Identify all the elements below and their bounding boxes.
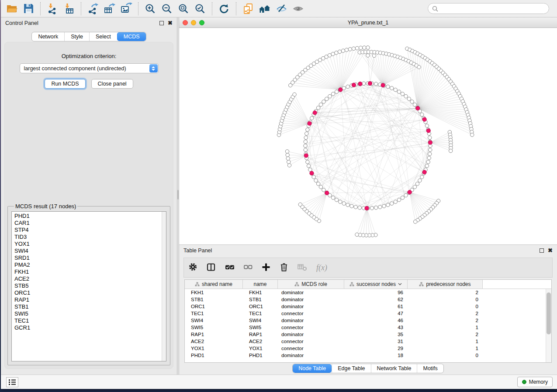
task-history-button[interactable]	[6, 377, 18, 387]
mcds-result-item[interactable]: GCR1	[14, 324, 166, 331]
save-session-icon[interactable]	[20, 2, 37, 16]
splitter-grip[interactable]	[177, 190, 179, 199]
toolbar-separator	[40, 2, 41, 15]
mcds-result-item[interactable]: ACE2	[14, 275, 166, 282]
mcds-result-list[interactable]: PHD1CAR1STP4TID3YOX1SWI4SRD1PMA2FKH1ACE2…	[11, 211, 166, 361]
network-window-title: YPA_prune.txt_1	[179, 20, 557, 26]
zoom-selected-icon[interactable]	[192, 2, 208, 16]
mcds-result-item[interactable]: RAP1	[14, 296, 166, 303]
tab-network[interactable]: Network	[32, 32, 64, 41]
criterion-dropdown[interactable]: largest connected component (undirected)	[20, 63, 159, 73]
tab-node-table[interactable]: Node Table	[293, 364, 332, 373]
column-type-icon	[419, 282, 424, 286]
mcds-result-item[interactable]: SRD1	[14, 254, 166, 261]
refresh-view-icon[interactable]	[216, 2, 232, 16]
mcds-result-item[interactable]: STB1	[14, 303, 166, 310]
mcds-result-item[interactable]: PMA2	[14, 261, 166, 268]
import-table-icon[interactable]	[61, 2, 77, 16]
tab-edge-table[interactable]: Edge Table	[332, 364, 370, 373]
search-box[interactable]	[428, 3, 549, 14]
memory-button[interactable]: Memory	[517, 377, 553, 387]
node-table: shared namenameMCDS rolesuccessor nodesp…	[184, 279, 552, 363]
column-label: shared name	[202, 281, 232, 287]
mcds-result-item[interactable]: YOX1	[14, 241, 166, 248]
mcds-result-item[interactable]: SWI4	[14, 248, 166, 254]
list-icon	[8, 378, 16, 386]
table-cell: ACE2	[243, 339, 278, 344]
zoom-fit-icon[interactable]	[175, 2, 192, 16]
zoom-in-icon[interactable]	[142, 2, 159, 16]
column-header-name[interactable]: name	[243, 280, 278, 289]
table-cell: PHD1	[185, 353, 243, 358]
table-cell: dominator	[278, 290, 344, 295]
mcds-result-item[interactable]: ORC1	[14, 289, 166, 296]
tab-select[interactable]: Select	[89, 32, 117, 41]
mcds-result-item[interactable]: STB5	[14, 282, 166, 289]
mcds-result-item[interactable]: FKH1	[14, 268, 166, 275]
float-table-panel-icon[interactable]	[540, 248, 544, 253]
table-cell: TEC1	[185, 311, 243, 316]
tab-motifs[interactable]: Motifs	[417, 364, 443, 373]
mcds-result-item[interactable]: CAR1	[14, 220, 166, 227]
table-row[interactable]: FKH1FKH1dominator962	[185, 289, 551, 296]
table-row[interactable]: RAP1RAP1dominator352	[185, 331, 551, 338]
deselect-all-rows-icon[interactable]	[244, 264, 253, 272]
add-column-icon[interactable]	[262, 263, 270, 273]
table-scrollbar[interactable]	[546, 289, 551, 362]
close-table-panel-icon[interactable]: ✖	[548, 248, 553, 253]
column-header-shared-name[interactable]: shared name	[185, 280, 243, 289]
table-cell: 2	[408, 311, 483, 316]
table-scrollbar-thumb[interactable]	[547, 292, 551, 334]
duplicate-network-icon[interactable]	[240, 2, 256, 16]
show-hide-graphics-icon[interactable]	[273, 2, 290, 16]
run-mcds-button[interactable]: Run MCDS	[45, 79, 85, 89]
select-all-rows-icon[interactable]	[225, 263, 235, 272]
table-cell: SWI4	[185, 318, 243, 323]
column-header-predecessor-nodes[interactable]: predecessor nodes	[408, 280, 483, 289]
table-row[interactable]: YOX1YOX1connector291	[185, 345, 551, 352]
open-file-icon[interactable]	[3, 2, 20, 16]
result-list-scrollbar[interactable]	[162, 212, 166, 361]
export-network-icon[interactable]	[85, 2, 101, 16]
table-cell: dominator	[278, 318, 344, 323]
table-cell: connector	[278, 339, 344, 344]
delete-column-icon[interactable]	[280, 262, 288, 273]
table-row[interactable]: ORC1ORC1dominator610	[185, 303, 551, 310]
float-panel-icon[interactable]	[159, 21, 164, 25]
close-panel-icon[interactable]: ✖	[168, 21, 173, 25]
table-row[interactable]: ACE2ACE2connector311	[185, 338, 551, 345]
network-canvas[interactable]	[179, 28, 557, 244]
mcds-tab-content: Optimization criterion: largest connecte…	[4, 42, 173, 369]
bird-eye-view-icon[interactable]	[290, 2, 306, 16]
mcds-result-item[interactable]: SWI5	[14, 310, 166, 317]
search-input[interactable]	[440, 6, 545, 12]
tab-style[interactable]: Style	[64, 32, 89, 41]
toolbar-separator	[212, 2, 212, 15]
table-row[interactable]: STB1STB1dominator620	[185, 296, 551, 303]
column-label: MCDS role	[301, 281, 327, 287]
import-network-icon[interactable]	[44, 2, 61, 16]
tab-network-table[interactable]: Network Table	[371, 364, 417, 373]
column-header-MCDS-role[interactable]: MCDS role	[278, 280, 344, 289]
mcds-result-item[interactable]: STP4	[14, 227, 166, 234]
mcds-result-item[interactable]: PHD1	[14, 213, 166, 220]
table-cell: YOX1	[185, 346, 243, 351]
table-settings-icon[interactable]	[188, 262, 197, 273]
table-row[interactable]: SWI5SWI5connector431	[185, 324, 551, 331]
first-neighbors-icon[interactable]	[256, 2, 273, 16]
close-panel-button[interactable]: Close panel	[91, 79, 133, 89]
zoom-out-icon[interactable]	[159, 2, 175, 16]
table-row[interactable]: PHD1PHD1dominator180	[185, 352, 551, 359]
network-window-titlebar[interactable]: YPA_prune.txt_1	[179, 17, 557, 28]
columns-icon[interactable]	[207, 263, 216, 273]
export-image-icon[interactable]	[118, 2, 135, 16]
table-row[interactable]: TEC1TEC1connector472	[185, 310, 551, 317]
mcds-result-item[interactable]: TEC1	[14, 317, 166, 324]
mcds-result-item[interactable]: TID3	[14, 234, 166, 241]
export-table-icon[interactable]	[101, 2, 118, 16]
table-row[interactable]: SWI4SWI4dominator462	[185, 317, 551, 324]
control-panel-title: Control Panel	[5, 20, 38, 26]
toolbar-separator	[236, 2, 236, 15]
column-header-successor-nodes[interactable]: successor nodes	[344, 280, 408, 289]
tab-mcds[interactable]: MCDS	[117, 32, 146, 41]
